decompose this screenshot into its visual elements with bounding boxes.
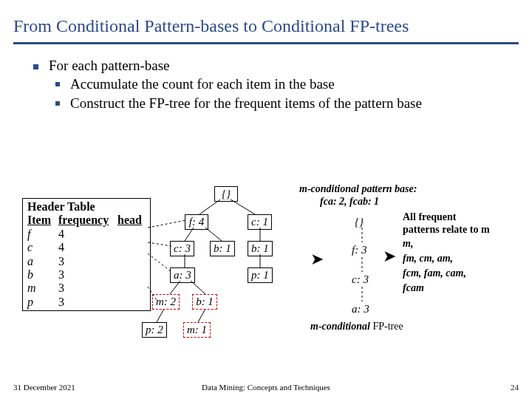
item-p: p: [27, 296, 58, 309]
item-c: c: [27, 241, 58, 254]
bullet-l2a: Accumulate the count for each item in th…: [70, 75, 335, 93]
node-f4: f: 4: [185, 214, 208, 230]
col-item: Item: [27, 214, 58, 227]
diagram-stage: Header Table Item frequency head f4 c4 a…: [0, 183, 532, 375]
bullet-icon: [55, 101, 60, 106]
svg-line-11: [148, 220, 186, 228]
node-b1b: b: 1: [248, 241, 273, 256]
svg-line-0: [200, 200, 220, 214]
cond-f3: f: 3: [352, 244, 366, 256]
pattern-fcm: fcm, fam, cam,: [403, 267, 466, 280]
svg-line-12: [148, 242, 171, 246]
cond-c3: c: 3: [352, 273, 369, 286]
bullet-l1: For each pattern-base: [49, 58, 170, 74]
pattern-fm: fm, cm, am,: [403, 253, 453, 265]
cond-root: {}: [355, 216, 364, 228]
item-m: m: [27, 282, 58, 295]
svg-line-9: [157, 309, 164, 322]
page-number: 24: [511, 383, 519, 392]
node-b1a: b: 1: [210, 241, 235, 256]
pattern-base-label: m-conditional pattern base: fca: 2, fcab…: [299, 183, 417, 208]
node-root: {}: [214, 186, 238, 202]
arrow-icon: ➤: [383, 247, 396, 266]
header-table-title: Header Table: [27, 200, 146, 214]
node-m2: m: 2: [152, 294, 180, 310]
header-table: Header Table Item frequency head f4 c4 a…: [22, 198, 151, 311]
svg-line-7: [170, 281, 180, 294]
node-c1: c: 1: [248, 214, 272, 230]
slide-title: From Conditional Pattern-bases to Condit…: [0, 0, 532, 42]
node-p2: p: 2: [142, 322, 167, 338]
bullet-icon: [55, 82, 60, 86]
col-freq: frequency: [58, 214, 117, 227]
node-c3: c: 3: [170, 241, 194, 256]
node-b1c: b: 1: [192, 294, 217, 310]
allfreq-label: All frequent patterns relate to m: [403, 211, 490, 236]
item-b: b: [27, 268, 58, 282]
svg-line-2: [185, 228, 194, 241]
cond-a3: a: 3: [352, 303, 369, 316]
mcond-tree-label: m-conditional FP-tree: [310, 321, 403, 332]
item-f: f: [27, 228, 58, 241]
bullet-l2b: Construct the FP-tree for the frequent i…: [70, 95, 422, 112]
pattern-m: m,: [403, 238, 413, 250]
node-m1: m: 1: [183, 322, 211, 338]
pattern-fcam: fcam: [403, 282, 424, 295]
svg-line-1: [231, 200, 255, 214]
bullet-icon: [33, 64, 38, 69]
svg-line-3: [205, 228, 222, 241]
node-a3: a: 3: [170, 267, 195, 283]
node-p1: p: 1: [248, 267, 273, 283]
svg-line-10: [198, 309, 205, 322]
footer-subtitle: Data Mining: Concepts and Techniques: [0, 383, 532, 392]
bullet-block: For each pattern-base Accumulate the cou…: [0, 44, 532, 112]
arrow-icon: ➤: [310, 250, 324, 269]
col-head: head: [117, 214, 146, 227]
item-a: a: [27, 255, 58, 268]
svg-line-13: [148, 253, 171, 272]
svg-line-8: [191, 281, 205, 294]
